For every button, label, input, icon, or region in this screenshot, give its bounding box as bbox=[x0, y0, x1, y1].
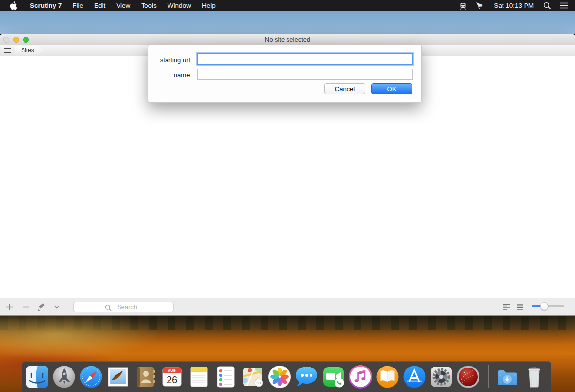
starting-url-input[interactable] bbox=[198, 54, 412, 64]
dock-item-photos[interactable] bbox=[267, 364, 292, 390]
notification-center-icon[interactable] bbox=[555, 0, 575, 11]
dock-item-launchpad[interactable] bbox=[51, 364, 77, 390]
slider-knob[interactable] bbox=[540, 302, 548, 310]
dock-item-contacts[interactable] bbox=[132, 364, 158, 390]
svg-text:AUG: AUG bbox=[168, 369, 176, 372]
dock-item-reminders[interactable] bbox=[213, 364, 239, 390]
search-field[interactable] bbox=[73, 302, 174, 312]
menu-bar-left: Scrutiny 7 File Edit View Tools Window H… bbox=[0, 0, 221, 11]
dock-item-itunes[interactable] bbox=[348, 364, 373, 390]
row-height-large-icon[interactable] bbox=[515, 298, 525, 315]
apple-menu-icon[interactable] bbox=[0, 0, 24, 11]
ok-button[interactable]: OK bbox=[371, 83, 412, 94]
dock-item-calendar[interactable]: AUG 26 bbox=[159, 364, 185, 390]
menu-file[interactable]: File bbox=[67, 2, 89, 9]
remove-button[interactable] bbox=[20, 298, 31, 315]
starting-url-label: starting url: bbox=[148, 56, 192, 64]
menu-bar-clock[interactable]: Sat 10:13 PM bbox=[489, 2, 539, 9]
starting-url-field[interactable] bbox=[197, 53, 413, 65]
dock-item-system-preferences[interactable] bbox=[429, 364, 454, 390]
window-title: No site selected bbox=[0, 34, 575, 45]
row-height-small-icon[interactable] bbox=[502, 298, 511, 315]
edit-pencil-icon[interactable] bbox=[35, 298, 47, 315]
name-label: name: bbox=[148, 72, 192, 79]
dock-item-downloads[interactable] bbox=[495, 364, 520, 390]
dock-item-mail[interactable] bbox=[105, 364, 131, 390]
menu-edit[interactable]: Edit bbox=[89, 2, 111, 9]
menu-view[interactable]: View bbox=[111, 2, 136, 9]
dock-item-safari[interactable] bbox=[78, 364, 104, 390]
close-button[interactable] bbox=[3, 37, 9, 43]
train-menu-extra-icon[interactable] bbox=[455, 0, 471, 11]
glider-menu-extra-icon[interactable] bbox=[471, 0, 489, 11]
sidebar-toggle-icon[interactable] bbox=[4, 48, 11, 53]
breadcrumb-sites[interactable]: Sites bbox=[15, 46, 43, 55]
menu-tools[interactable]: Tools bbox=[136, 2, 162, 9]
new-site-dialog: starting url: name: Cancel OK bbox=[148, 44, 422, 103]
minimize-button[interactable] bbox=[13, 37, 19, 43]
chevron-down-icon[interactable] bbox=[52, 298, 62, 315]
dock-item-ibooks[interactable] bbox=[375, 364, 400, 390]
dock-item-facetime[interactable] bbox=[321, 364, 346, 390]
dock: AUG 26 bbox=[22, 361, 551, 392]
menu-window[interactable]: Window bbox=[162, 2, 196, 9]
traffic-lights bbox=[3, 37, 29, 43]
icon-size-slider[interactable] bbox=[532, 305, 564, 307]
menu-help[interactable]: Help bbox=[196, 2, 221, 9]
menu-bar: Scrutiny 7 File Edit View Tools Window H… bbox=[0, 0, 575, 11]
desktop-screen: Scrutiny 7 File Edit View Tools Window H… bbox=[0, 0, 575, 392]
name-field[interactable] bbox=[197, 69, 413, 80]
dock-item-trash[interactable] bbox=[522, 364, 547, 390]
window-titlebar[interactable]: No site selected bbox=[0, 34, 575, 45]
spotlight-search-icon[interactable] bbox=[539, 0, 555, 11]
zoom-button[interactable] bbox=[23, 37, 29, 43]
dock-item-finder[interactable] bbox=[24, 364, 50, 390]
svg-text:26: 26 bbox=[167, 374, 177, 385]
active-app-menu[interactable]: Scrutiny 7 bbox=[24, 2, 67, 9]
dock-item-notes[interactable] bbox=[186, 364, 212, 390]
search-input[interactable] bbox=[74, 302, 173, 312]
bottom-toolbar bbox=[0, 298, 575, 316]
dock-item-app-store[interactable] bbox=[402, 364, 427, 390]
dock-divider bbox=[488, 365, 489, 388]
menu-bar-status-area: Sat 10:13 PM bbox=[455, 0, 575, 11]
name-input[interactable] bbox=[198, 69, 412, 79]
svg-text:3D: 3D bbox=[257, 381, 261, 385]
cancel-button[interactable]: Cancel bbox=[324, 83, 365, 94]
desktop-wallpaper-sky bbox=[0, 11, 575, 34]
dock-item-scrutiny[interactable] bbox=[455, 364, 481, 390]
dock-item-messages[interactable] bbox=[294, 364, 319, 390]
dock-item-maps[interactable]: 3D bbox=[240, 364, 265, 390]
add-button[interactable] bbox=[4, 298, 15, 315]
